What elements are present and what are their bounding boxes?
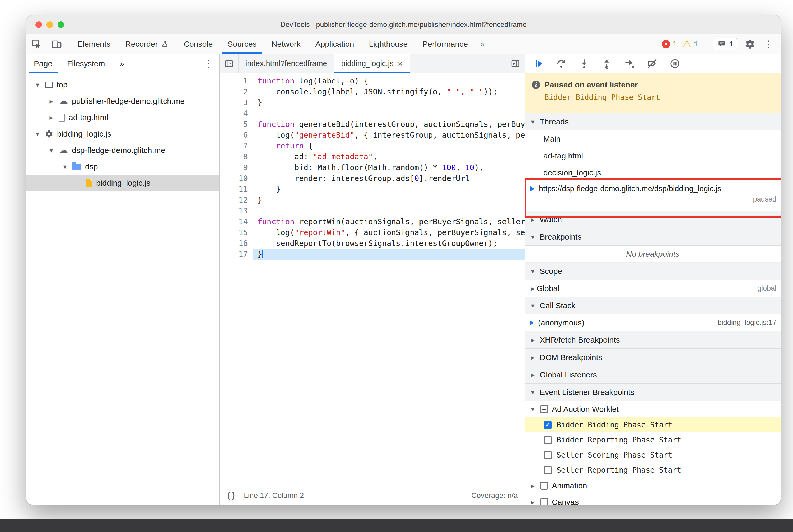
thread-item-active[interactable]: https://dsp-fledge-demo.glitch.me/dsp/bi…	[525, 181, 780, 211]
line-number[interactable]: 11	[220, 184, 248, 195]
tab-page[interactable]: Page	[26, 54, 60, 73]
event-seller-scoring-phase-start[interactable]: Seller Scoring Phase Start	[525, 448, 780, 462]
inspect-element-button[interactable]	[26, 34, 46, 54]
step-button[interactable]	[619, 56, 640, 71]
tab-console[interactable]: Console	[176, 34, 220, 54]
close-tab-icon[interactable]	[398, 59, 403, 68]
line-number[interactable]: 10	[220, 173, 248, 184]
line-number[interactable]: 2	[220, 87, 248, 97]
tab-recorder[interactable]: Recorder	[118, 34, 176, 54]
line-number[interactable]: 1	[220, 76, 248, 87]
section-global-listeners-header[interactable]: Global Listeners	[525, 366, 780, 383]
zoom-window-button[interactable]	[58, 21, 64, 28]
event-bidder-bidding-phase-start[interactable]: Bidder Bidding Phase Start	[525, 417, 780, 432]
editor-tab-index-html[interactable]: index.html?fencedframe	[239, 54, 335, 73]
chevron-down-icon[interactable]	[34, 131, 41, 137]
tab-filesystem[interactable]: Filesystem	[60, 54, 112, 73]
thread-item-decision-logic[interactable]: decision_logic.js	[525, 164, 780, 181]
section-breakpoints-header[interactable]: Breakpoints	[525, 228, 780, 246]
chevron-down-icon[interactable]	[529, 406, 536, 413]
tree-item-top[interactable]: top	[26, 77, 219, 93]
checkbox-unchecked-icon[interactable]	[540, 482, 548, 490]
elb-category-ad-auction-worklet[interactable]: Ad Auction Worklet	[525, 401, 780, 417]
tab-sources[interactable]: Sources	[220, 34, 264, 54]
event-bidder-reporting-phase-start[interactable]: Bidder Reporting Phase Start	[525, 432, 780, 448]
line-number[interactable]: 14	[220, 216, 248, 227]
line-number[interactable]: 15	[220, 227, 248, 238]
code-editor[interactable]: 1234567891011121314151617 function log(l…	[220, 73, 525, 486]
more-tabs-button[interactable]: »	[475, 34, 490, 54]
thread-item-main[interactable]: Main	[525, 131, 780, 147]
deactivate-breakpoints-button[interactable]	[642, 56, 663, 71]
tree-item-dsp-folder[interactable]: dsp	[26, 158, 219, 175]
line-numbers[interactable]: 1234567891011121314151617	[220, 73, 253, 486]
scope-global-row[interactable]: Global global	[525, 280, 780, 297]
checkbox-checked-icon[interactable]	[544, 421, 552, 429]
tree-item-bidding-logic-group[interactable]: bidding_logic.js	[26, 126, 219, 142]
thread-item-ad-tag[interactable]: ad-tag.html	[525, 147, 780, 164]
error-badge[interactable]: 1	[662, 40, 677, 48]
tree-item-dsp-domain[interactable]: dsp-fledge-demo.glitch.me	[26, 142, 219, 158]
minimize-window-button[interactable]	[46, 21, 53, 28]
line-number[interactable]: 5	[220, 119, 248, 130]
show-debugger-button[interactable]	[506, 54, 525, 73]
tab-elements[interactable]: Elements	[70, 34, 118, 54]
step-into-button[interactable]	[573, 56, 594, 71]
line-number[interactable]: 3	[220, 97, 248, 108]
tree-item-ad-tag[interactable]: ad-tag.html	[26, 109, 219, 126]
main-menu-button[interactable]: ⋮	[762, 39, 775, 50]
line-number[interactable]: 9	[220, 162, 248, 173]
navigator-menu-button[interactable]: ⋮	[198, 54, 219, 73]
checkbox-unchecked-icon[interactable]	[540, 498, 548, 505]
resume-button[interactable]	[528, 56, 549, 71]
tab-network[interactable]: Network	[264, 34, 308, 54]
event-seller-reporting-phase-start[interactable]: Seller Reporting Phase Start	[525, 462, 780, 478]
tree-item-bidding-logic-file[interactable]: bidding_logic.js	[26, 175, 219, 191]
device-toolbar-button[interactable]	[46, 34, 67, 54]
chevron-down-icon[interactable]	[34, 81, 41, 88]
checkbox-indeterminate-icon[interactable]	[540, 405, 548, 413]
warning-badge[interactable]: 1	[683, 39, 698, 49]
section-scope-header[interactable]: Scope	[525, 263, 780, 280]
chevron-right-icon[interactable]	[529, 482, 536, 489]
step-over-button[interactable]	[551, 56, 572, 71]
line-number[interactable]: 7	[220, 140, 248, 151]
close-window-button[interactable]	[35, 21, 42, 28]
navigator-more-tabs-button[interactable]: »	[112, 54, 132, 73]
section-watch-header[interactable]: Watch	[525, 211, 780, 228]
line-number[interactable]: 6	[220, 130, 248, 140]
chevron-right-icon[interactable]	[529, 285, 536, 292]
section-event-listener-breakpoints-header[interactable]: Event Listener Breakpoints	[525, 383, 780, 401]
tab-application[interactable]: Application	[308, 34, 362, 54]
checkbox-unchecked-icon[interactable]	[544, 451, 552, 459]
step-out-button[interactable]	[596, 56, 617, 71]
line-number[interactable]: 4	[220, 108, 248, 119]
settings-button[interactable]	[743, 39, 756, 50]
chevron-down-icon[interactable]	[48, 147, 55, 154]
chevron-right-icon[interactable]	[48, 98, 55, 104]
messages-badge[interactable]: 1	[713, 38, 738, 50]
tab-lighthouse[interactable]: Lighthouse	[361, 34, 415, 54]
elb-category-animation[interactable]: Animation	[525, 478, 780, 494]
elb-category-canvas[interactable]: Canvas	[525, 494, 780, 505]
chevron-right-icon[interactable]	[529, 499, 536, 505]
line-number[interactable]: 8	[220, 151, 248, 162]
checkbox-unchecked-icon[interactable]	[544, 436, 552, 444]
editor-tab-bidding-logic[interactable]: bidding_logic.js	[335, 54, 410, 73]
line-number[interactable]: 16	[220, 238, 248, 249]
checkbox-unchecked-icon[interactable]	[544, 466, 552, 474]
pause-on-exceptions-button[interactable]	[664, 56, 685, 71]
frame-location[interactable]: bidding_logic.js:17	[718, 319, 776, 327]
line-number[interactable]: 17	[220, 249, 248, 260]
call-stack-frame[interactable]: (anonymous) bidding_logic.js:17	[525, 314, 780, 331]
section-dom-breakpoints-header[interactable]: DOM Breakpoints	[525, 349, 780, 366]
section-threads-header[interactable]: Threads	[525, 113, 780, 131]
chevron-down-icon[interactable]	[61, 163, 69, 170]
section-xhr-breakpoints-header[interactable]: XHR/fetch Breakpoints	[525, 331, 780, 349]
pretty-print-button[interactable]: {}	[226, 491, 236, 500]
line-number[interactable]: 13	[220, 206, 248, 216]
tab-performance[interactable]: Performance	[415, 34, 475, 54]
chevron-right-icon[interactable]	[48, 114, 55, 121]
tree-item-publisher-domain[interactable]: publisher-fledge-demo.glitch.me	[26, 93, 219, 109]
section-call-stack-header[interactable]: Call Stack	[525, 297, 780, 314]
